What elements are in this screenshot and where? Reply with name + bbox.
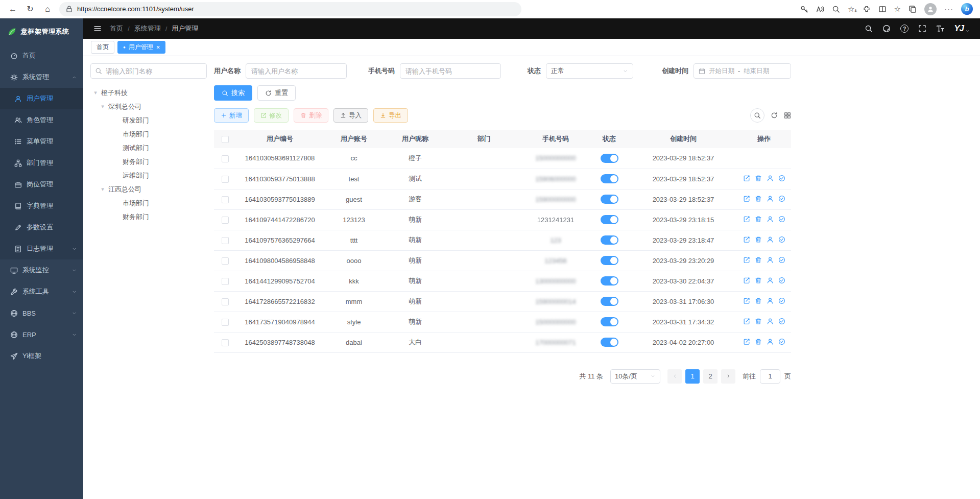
- delete-icon[interactable]: [755, 195, 762, 202]
- reset-password-icon[interactable]: [767, 195, 774, 202]
- assign-role-icon[interactable]: [778, 175, 785, 182]
- copilot-icon[interactable]: b: [961, 3, 973, 15]
- assign-role-icon[interactable]: [778, 216, 785, 223]
- date-range-picker[interactable]: 开始日期 - 结束日期: [694, 63, 791, 79]
- breadcrumb-item[interactable]: 系统管理: [134, 24, 161, 33]
- delete-icon[interactable]: [755, 277, 762, 284]
- delete-icon[interactable]: [755, 338, 762, 345]
- import-button[interactable]: 导入: [333, 108, 368, 123]
- status-toggle[interactable]: [601, 338, 618, 347]
- tab-home[interactable]: 首页: [91, 41, 114, 54]
- delete-icon[interactable]: [755, 318, 762, 325]
- dept-search-input[interactable]: [90, 63, 207, 79]
- row-checkbox[interactable]: [222, 278, 229, 285]
- browser-back-button[interactable]: ←: [4, 2, 21, 16]
- edit-icon[interactable]: [743, 256, 750, 264]
- caret-down-icon[interactable]: ▾: [100, 186, 106, 193]
- edit-icon[interactable]: [743, 277, 750, 284]
- reset-password-icon[interactable]: [767, 216, 774, 223]
- help-icon[interactable]: ?: [900, 25, 909, 33]
- sidebar-item-monitor[interactable]: 系统监控: [0, 259, 83, 281]
- prev-page-button[interactable]: [667, 369, 682, 384]
- assign-role-icon[interactable]: [778, 277, 785, 284]
- tree-node[interactable]: ▾江西总公司: [90, 182, 207, 196]
- tab-user-mgmt[interactable]: ● 用户管理 ×: [117, 41, 165, 54]
- column-settings-button[interactable]: [784, 112, 791, 119]
- browser-refresh-button[interactable]: ↻: [21, 2, 39, 16]
- status-toggle[interactable]: [601, 215, 618, 224]
- goto-page-input[interactable]: [760, 369, 780, 384]
- assign-role-icon[interactable]: [778, 195, 785, 202]
- row-checkbox[interactable]: [222, 298, 229, 305]
- refresh-table-button[interactable]: [771, 112, 778, 119]
- extensions-icon[interactable]: [863, 5, 871, 13]
- caret-down-icon[interactable]: ▾: [92, 89, 99, 96]
- status-toggle[interactable]: [601, 174, 618, 183]
- close-tab-icon[interactable]: ×: [156, 44, 160, 51]
- add-button[interactable]: 新增: [214, 108, 249, 123]
- row-checkbox[interactable]: [222, 319, 229, 326]
- edit-icon[interactable]: [743, 338, 750, 345]
- sidebar-item-dept-mgmt[interactable]: 部门管理: [0, 152, 83, 174]
- sidebar-item-user-mgmt[interactable]: 用户管理: [0, 88, 83, 109]
- reset-password-icon[interactable]: [767, 318, 774, 325]
- browser-profile-avatar[interactable]: [924, 3, 937, 15]
- browser-home-button[interactable]: ⌂: [39, 2, 56, 16]
- status-toggle[interactable]: [601, 195, 618, 204]
- reset-button[interactable]: 重置: [257, 85, 296, 101]
- breadcrumb-item[interactable]: 首页: [110, 24, 123, 33]
- status-toggle[interactable]: [601, 154, 618, 163]
- sidebar-item-erp[interactable]: ERP: [0, 324, 83, 345]
- sidebar-item-bbs[interactable]: BBS: [0, 302, 83, 324]
- status-toggle[interactable]: [601, 317, 618, 326]
- delete-icon[interactable]: [755, 297, 762, 304]
- row-checkbox[interactable]: [222, 196, 229, 203]
- font-size-icon[interactable]: [936, 25, 944, 33]
- zoom-icon[interactable]: [832, 5, 840, 13]
- row-checkbox[interactable]: [222, 176, 229, 183]
- assign-role-icon[interactable]: [778, 338, 785, 345]
- page-size-select[interactable]: 10条/页: [610, 369, 660, 384]
- tree-node[interactable]: ▾深圳总公司: [90, 100, 207, 113]
- sidebar-item-dict-mgmt[interactable]: 字典管理: [0, 195, 83, 217]
- status-toggle[interactable]: [601, 297, 618, 306]
- status-toggle[interactable]: [601, 276, 618, 286]
- reset-password-icon[interactable]: [767, 175, 774, 182]
- password-key-icon[interactable]: [800, 5, 808, 13]
- status-select[interactable]: 正常: [546, 63, 633, 79]
- tree-node[interactable]: ▾市场部门: [90, 196, 207, 210]
- add-favorite-icon[interactable]: ☆+: [848, 5, 854, 13]
- collapse-sidebar-icon[interactable]: [93, 25, 102, 33]
- delete-button[interactable]: 删除: [294, 108, 328, 123]
- reset-password-icon[interactable]: [767, 297, 774, 304]
- edit-icon[interactable]: [743, 297, 750, 304]
- sidebar-item-param-settings[interactable]: 参数设置: [0, 217, 83, 238]
- tree-node[interactable]: ▾橙子科技: [90, 86, 207, 100]
- tree-node[interactable]: ▾财务部门: [90, 210, 207, 224]
- browser-settings-icon[interactable]: ···: [944, 5, 953, 13]
- assign-role-icon[interactable]: [778, 236, 785, 243]
- edit-icon[interactable]: [743, 318, 750, 325]
- edit-icon[interactable]: [743, 195, 750, 202]
- status-toggle[interactable]: [601, 235, 618, 245]
- delete-icon[interactable]: [755, 256, 762, 264]
- page-button-1[interactable]: 1: [685, 369, 700, 384]
- caret-down-icon[interactable]: ▾: [100, 103, 106, 110]
- assign-role-icon[interactable]: [778, 256, 785, 264]
- assign-role-icon[interactable]: [778, 318, 785, 325]
- reset-password-icon[interactable]: [767, 256, 774, 264]
- select-all-checkbox[interactable]: [222, 136, 229, 143]
- read-aloud-icon[interactable]: [816, 5, 824, 13]
- sidebar-item-log-mgmt[interactable]: 日志管理: [0, 238, 83, 259]
- sidebar-item-yi-framework[interactable]: Yi框架: [0, 345, 83, 367]
- status-toggle[interactable]: [601, 256, 618, 265]
- split-screen-icon[interactable]: [878, 5, 887, 13]
- github-icon[interactable]: [882, 25, 891, 33]
- search-button[interactable]: 搜索: [214, 85, 252, 101]
- reset-password-icon[interactable]: [767, 236, 774, 243]
- next-page-button[interactable]: [721, 369, 735, 384]
- fullscreen-icon[interactable]: [918, 25, 926, 33]
- edit-icon[interactable]: [743, 216, 750, 223]
- url-text[interactable]: https://ccnetcore.com:1101/system/user: [77, 5, 194, 13]
- sidebar-item-menu-mgmt[interactable]: 菜单管理: [0, 131, 83, 152]
